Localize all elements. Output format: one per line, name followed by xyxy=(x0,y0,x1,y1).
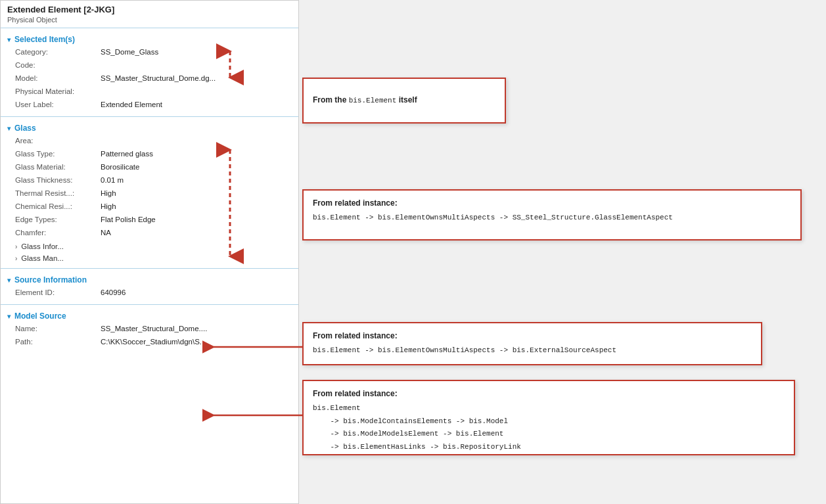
section-source-information: ▾ Source Information Element ID: 640996 xyxy=(1,268,298,304)
prop-row: Area: xyxy=(1,135,298,149)
prop-label: Glass Type: xyxy=(15,150,101,160)
prop-row: Thermal Resist...: High xyxy=(1,188,298,201)
ann3-body: bis.Element -> bis.ElementOwnsMultiAspec… xyxy=(313,346,616,354)
properties-panel: Extended Element [2-JKG] Physical Object… xyxy=(0,0,299,504)
subsection-label: Glass Infor... xyxy=(21,242,64,250)
prop-value: Patterned glass xyxy=(101,150,292,160)
ann4-body: bis.Element -> bis.ModelContainsElements… xyxy=(313,404,521,451)
section-header-glass[interactable]: ▾ Glass xyxy=(1,121,298,135)
prop-row: Name: SS_Master_Structural_Dome.... xyxy=(1,323,298,336)
prop-label: Physical Material: xyxy=(15,87,101,98)
prop-row: Category: SS_Dome_Glass xyxy=(1,47,298,60)
subsection-glass-man[interactable]: › Glass Man... xyxy=(1,252,298,264)
ann4-title: From related instance: xyxy=(313,388,785,400)
prop-label: Model: xyxy=(15,74,101,85)
prop-value: C:\KK\Soccer_Stadium\dgn\S... xyxy=(101,338,292,348)
prop-row: Code: xyxy=(1,60,298,73)
prop-label: Chamfer: xyxy=(15,229,101,239)
annotation-box-1: From the bis.Element itself xyxy=(302,78,506,124)
section-header-selected-items[interactable]: ▾ Selected Item(s) xyxy=(1,32,298,47)
section-selected-items: ▾ Selected Item(s) Category: SS_Dome_Gla… xyxy=(1,28,298,116)
prop-value: NA xyxy=(101,229,292,239)
section-glass: ▾ Glass Area: Glass Type: Patterned glas… xyxy=(1,116,298,268)
annotation-box-3: From related instance: bis.Element -> bi… xyxy=(302,322,762,365)
prop-row: Chamfer: NA xyxy=(1,227,298,241)
subsection-glass-infor[interactable]: › Glass Infor... xyxy=(1,241,298,252)
section-label: Glass xyxy=(14,124,36,133)
prop-value: High xyxy=(101,189,292,200)
prop-label: Area: xyxy=(15,137,101,147)
prop-value: Extended Element xyxy=(101,101,292,111)
prop-row: Chemical Resi...: High xyxy=(1,201,298,214)
section-header-model-source[interactable]: ▾ Model Source xyxy=(1,309,298,323)
prop-label: Code: xyxy=(15,61,101,72)
prop-value xyxy=(101,137,292,147)
chevron-icon: ▾ xyxy=(7,36,11,43)
prop-row: Element ID: 640996 xyxy=(1,287,298,300)
prop-row: Model: SS_Master_Structural_Dome.dg... xyxy=(1,73,298,86)
prop-value: SS_Dome_Glass xyxy=(101,48,292,58)
section-label: Model Source xyxy=(14,311,66,321)
section-label: Selected Item(s) xyxy=(14,35,75,44)
prop-label: Path: xyxy=(15,338,101,348)
prop-value: 640996 xyxy=(101,288,292,299)
section-label: Source Information xyxy=(14,275,87,285)
prop-value: SS_Master_Structural_Dome.... xyxy=(101,325,292,335)
ann2-body: bis.Element -> bis.ElementOwnsMultiAspec… xyxy=(313,214,673,221)
ann1-code: bis.Element xyxy=(349,97,397,104)
annotation-box-2: From related instance: bis.Element -> bi… xyxy=(302,189,802,241)
prop-value xyxy=(101,87,292,98)
prop-label: User Label: xyxy=(15,101,101,111)
ann1-title2: itself xyxy=(396,95,417,104)
prop-row: Edge Types: Flat Polish Edge xyxy=(1,214,298,227)
chevron-icon: ▾ xyxy=(7,277,11,284)
prop-label: Edge Types: xyxy=(15,216,101,226)
prop-value: 0.01 m xyxy=(101,176,292,187)
ann1-title: From the xyxy=(313,95,349,104)
prop-row: Physical Material: xyxy=(1,86,298,99)
prop-value: Borosilicate xyxy=(101,163,292,173)
prop-label: Category: xyxy=(15,48,101,58)
prop-row: Glass Type: Patterned glass xyxy=(1,149,298,162)
prop-row: Path: C:\KK\Soccer_Stadium\dgn\S... xyxy=(1,336,298,350)
chevron-icon: ▾ xyxy=(7,125,11,132)
ann3-title: From related instance: xyxy=(313,330,752,342)
panel-title: Extended Element [2-JKG] xyxy=(1,1,298,16)
prop-row: Glass Thickness: 0.01 m xyxy=(1,175,298,188)
prop-value: High xyxy=(101,202,292,213)
prop-label: Thermal Resist...: xyxy=(15,189,101,200)
prop-value: Flat Polish Edge xyxy=(101,216,292,226)
section-model-source: ▾ Model Source Name: SS_Master_Structura… xyxy=(1,304,298,354)
prop-label: Glass Material: xyxy=(15,163,101,173)
prop-label: Name: xyxy=(15,325,101,335)
prop-label: Chemical Resi...: xyxy=(15,202,101,213)
chevron-right-icon: › xyxy=(15,243,17,250)
prop-label: Glass Thickness: xyxy=(15,176,101,187)
prop-row: User Label: Extended Element xyxy=(1,99,298,112)
annotation-box-4: From related instance: bis.Element -> bi… xyxy=(302,380,795,455)
section-header-source-information[interactable]: ▾ Source Information xyxy=(1,273,298,287)
chevron-icon: ▾ xyxy=(7,313,11,320)
prop-label: Element ID: xyxy=(15,288,101,299)
prop-value xyxy=(101,61,292,72)
prop-value: SS_Master_Structural_Dome.dg... xyxy=(101,74,292,85)
prop-row: Glass Material: Borosilicate xyxy=(1,162,298,175)
chevron-right-icon: › xyxy=(15,255,17,262)
ann2-title: From related instance: xyxy=(313,197,791,210)
panel-subtitle: Physical Object xyxy=(1,16,298,28)
subsection-label: Glass Man... xyxy=(21,254,64,262)
